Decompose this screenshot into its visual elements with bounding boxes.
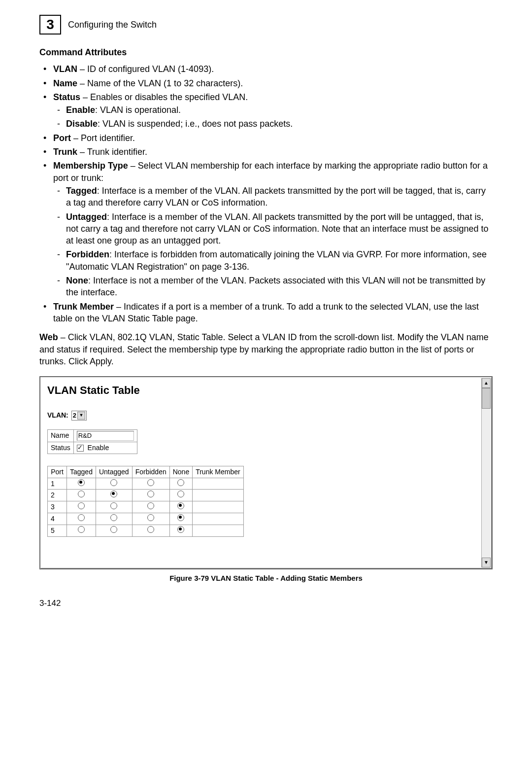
radio-none[interactable]: [177, 491, 184, 497]
chevron-down-icon: ▼: [77, 412, 85, 420]
radio-none[interactable]: [177, 479, 184, 486]
attr-name: Name – Name of the VLAN (1 to 32 charact…: [39, 77, 493, 89]
scroll-down-button[interactable]: ▼: [482, 558, 491, 567]
radio-cell-tagged: [67, 478, 96, 490]
attr-membership-none: None: Interface is not a member of the V…: [53, 275, 493, 299]
enable-checkbox-label: Enable: [88, 444, 109, 452]
vlan-static-table-panel: ▲ ▼ VLAN Static Table VLAN: 2 ▼ Name Sta…: [39, 376, 493, 569]
radio-cell-tagged: [67, 501, 96, 513]
figure-caption: Figure 3-79 VLAN Static Table - Adding S…: [39, 573, 493, 583]
radio-cell-forbidden: [132, 501, 169, 513]
radio-untagged[interactable]: [110, 491, 117, 497]
attr-port: Port – Port identifier.: [39, 132, 493, 144]
attr-vlan: VLAN – ID of configured VLAN (1-4093).: [39, 63, 493, 75]
table-row: 1: [48, 478, 244, 490]
radio-cell-tagged: [67, 513, 96, 525]
radio-cell-untagged: [96, 478, 132, 490]
radio-cell-tagged: [67, 490, 96, 501]
radio-cell-none: [169, 525, 192, 537]
radio-cell-none: [169, 478, 192, 490]
radio-untagged[interactable]: [110, 526, 117, 533]
port-cell: 2: [48, 490, 67, 501]
radio-none[interactable]: [177, 526, 184, 533]
radio-tagged[interactable]: [78, 514, 85, 521]
radio-forbidden[interactable]: [147, 526, 154, 533]
web-instructions: Web – Click VLAN, 802.1Q VLAN, Static Ta…: [39, 331, 493, 367]
attr-membership-tagged: Tagged: Interface is a member of the VLA…: [53, 185, 493, 209]
panel-title: VLAN Static Table: [47, 383, 485, 398]
attr-membership-untagged: Untagged: Interface is a member of the V…: [53, 211, 493, 247]
col-forbidden: Forbidden: [132, 466, 169, 478]
radio-forbidden[interactable]: [147, 491, 154, 497]
radio-none[interactable]: [177, 514, 184, 521]
radio-cell-untagged: [96, 525, 132, 537]
radio-none[interactable]: [177, 502, 184, 509]
radio-untagged[interactable]: [110, 502, 117, 509]
col-trunk-member: Trunk Member: [193, 466, 244, 478]
radio-cell-forbidden: [132, 478, 169, 490]
scroll-track[interactable]: [482, 409, 491, 558]
radio-tagged[interactable]: [78, 479, 85, 486]
scroll-up-button[interactable]: ▲: [482, 378, 491, 388]
trunk-member-cell: [193, 525, 244, 537]
radio-cell-forbidden: [132, 490, 169, 501]
ports-table: Port Tagged Untagged Forbidden None Trun…: [47, 466, 244, 537]
radio-tagged[interactable]: [78, 491, 85, 497]
col-port: Port: [48, 466, 67, 478]
attr-status-enable: Enable: VLAN is operational.: [53, 104, 493, 116]
radio-cell-forbidden: [132, 525, 169, 537]
col-untagged: Untagged: [96, 466, 132, 478]
radio-cell-untagged: [96, 490, 132, 501]
page-number: 3-142: [39, 598, 493, 609]
attr-status: Status – Enables or disables the specifi…: [39, 91, 493, 130]
radio-cell-none: [169, 513, 192, 525]
radio-tagged[interactable]: [78, 526, 85, 533]
table-row: 4: [48, 513, 244, 525]
radio-cell-tagged: [67, 525, 96, 537]
scrollbar[interactable]: ▲ ▼: [481, 378, 491, 567]
radio-forbidden[interactable]: [147, 502, 154, 509]
enable-checkbox[interactable]: [77, 445, 84, 452]
trunk-member-cell: [193, 513, 244, 525]
name-input[interactable]: [77, 431, 134, 441]
port-cell: 1: [48, 478, 67, 490]
vlan-select-value: 2: [73, 411, 76, 420]
radio-cell-none: [169, 490, 192, 501]
radio-cell-untagged: [96, 501, 132, 513]
radio-untagged[interactable]: [110, 479, 117, 486]
radio-cell-forbidden: [132, 513, 169, 525]
radio-tagged[interactable]: [78, 502, 85, 509]
trunk-member-cell: [193, 478, 244, 490]
table-row: 2: [48, 490, 244, 501]
name-label: Name: [48, 429, 74, 442]
port-cell: 4: [48, 513, 67, 525]
radio-cell-untagged: [96, 513, 132, 525]
attr-membership: Membership Type – Select VLAN membership…: [39, 160, 493, 298]
attr-trunk-member: Trunk Member – Indicates if a port is a …: [39, 301, 493, 325]
vlan-label: VLAN:: [47, 411, 68, 420]
scroll-thumb[interactable]: [482, 388, 491, 409]
trunk-member-cell: [193, 490, 244, 501]
radio-cell-none: [169, 501, 192, 513]
chapter-number-badge: 3: [39, 15, 61, 35]
chapter-title: Configuring the Switch: [68, 19, 157, 31]
status-label: Status: [48, 442, 74, 454]
name-status-table: Name Status Enable: [47, 429, 137, 454]
radio-forbidden[interactable]: [147, 479, 154, 486]
trunk-member-cell: [193, 501, 244, 513]
radio-forbidden[interactable]: [147, 514, 154, 521]
attr-trunk: Trunk – Trunk identifier.: [39, 146, 493, 158]
col-none: None: [169, 466, 192, 478]
ports-header-row: Port Tagged Untagged Forbidden None Trun…: [48, 466, 244, 478]
attribute-list: VLAN – ID of configured VLAN (1-4093). N…: [39, 63, 493, 324]
attr-membership-forbidden: Forbidden: Interface is forbidden from a…: [53, 248, 493, 273]
table-row: 3: [48, 501, 244, 513]
port-cell: 5: [48, 525, 67, 537]
attr-status-disable: Disable: VLAN is suspended; i.e., does n…: [53, 118, 493, 130]
radio-untagged[interactable]: [110, 514, 117, 521]
port-cell: 3: [48, 501, 67, 513]
table-row: 5: [48, 525, 244, 537]
vlan-select[interactable]: 2 ▼: [71, 411, 87, 421]
chapter-header: 3 Configuring the Switch: [39, 15, 493, 35]
section-title: Command Attributes: [39, 46, 493, 58]
